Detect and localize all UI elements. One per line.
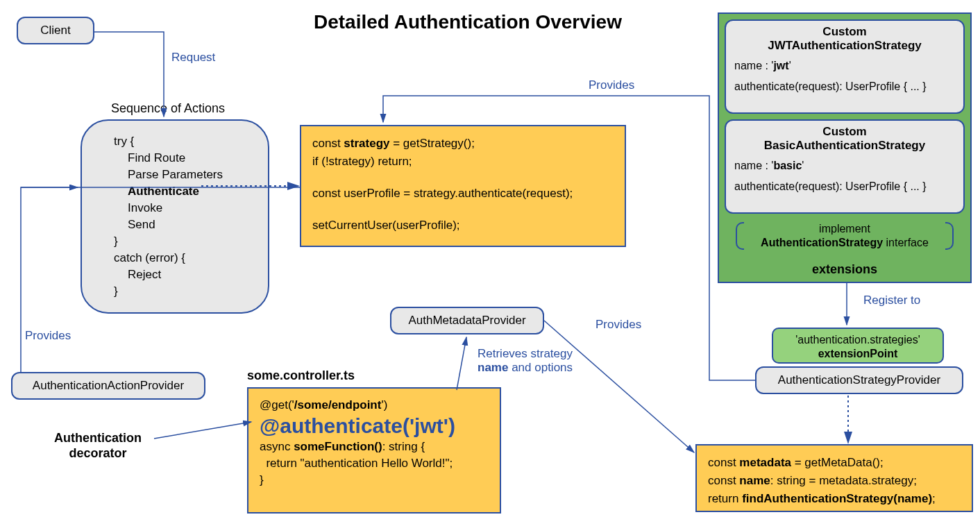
seq-title: Sequence of Actions [111,101,225,116]
code-line: setCurrentUser(userProfile); [312,217,614,235]
bracket-right [945,222,954,250]
auth-action-provider-label: AuthenticationActionProvider [33,379,184,392]
bracket-left [736,222,744,250]
controller-file-label: some.controller.ts [247,368,355,383]
auth-action-provider-box: AuthenticationActionProvider [11,372,205,400]
seq-line: } [114,283,251,300]
provides-left-label: Provides [25,329,71,343]
code-line: } [260,472,489,489]
seq-line: try { [114,133,251,150]
authenticate-decorator: @authenticate('jwt') [260,418,489,434]
auth-meta-provider-label: AuthMetadataProvider [408,314,525,327]
strategy-code-box: const strategy = getStrategy(); if (!str… [300,125,626,247]
register-to-label: Register to [863,294,920,307]
controller-box: @get('/some/endpoint') @authenticate('jw… [247,387,501,514]
retrieves-label: Retrieves strategy name and options [478,347,573,375]
seq-line: catch (error) { [114,250,251,266]
sequence-box: try { Find Route Parse Parameters Authen… [81,119,269,314]
basic-strategy-box: Custom BasicAuthenticationStrategy name … [725,119,965,214]
seq-line: Reject [114,266,251,283]
seq-line: Parse Parameters [114,167,251,183]
page-title: Detailed Authentication Overview [314,11,622,33]
resolve-code-box: const metadata = getMetaData(); const na… [695,444,973,512]
client-label: Client [40,24,70,37]
auth-strategy-provider-label: AuthenticationStrategyProvider [778,373,940,387]
provides-mid-label: Provides [595,318,641,332]
code-line: const name: string = metadata.strategy; [708,472,961,490]
seq-line: Invoke [114,200,251,217]
seq-line: Find Route [114,150,251,167]
request-label: Request [171,51,215,65]
code-line: const strategy = getStrategy(); [312,135,614,153]
code-line: return "authentication Hello World!"; [260,455,489,472]
seq-line-authenticate: Authenticate [114,183,251,200]
code-line: const userProfile = strategy.authenticat… [312,185,614,203]
implement-label: implement AuthenticationStrategy interfa… [747,222,943,250]
extension-point-box: 'authentication.strategies' extensionPoi… [772,328,944,364]
code-line: const metadata = getMetaData(); [708,454,961,472]
code-line: async someFunction(): string { [260,439,489,455]
extensions-label: extensions [718,262,972,277]
seq-line: } [114,233,251,250]
code-line: if (!strategy) return; [312,153,614,171]
auth-decorator-label: Authentication decorator [54,430,142,461]
auth-meta-provider-box: AuthMetadataProvider [390,307,544,334]
code-line: @get('/some/endpoint') [260,397,489,414]
auth-strategy-provider-box: AuthenticationStrategyProvider [755,366,963,394]
code-line: return findAuthenticationStrategy(name); [708,490,961,508]
provides-top-label: Provides [589,78,634,92]
client-box: Client [17,17,94,44]
jwt-strategy-box: Custom JWTAuthenticationStrategy name : … [725,19,965,114]
seq-line: Send [114,217,251,233]
